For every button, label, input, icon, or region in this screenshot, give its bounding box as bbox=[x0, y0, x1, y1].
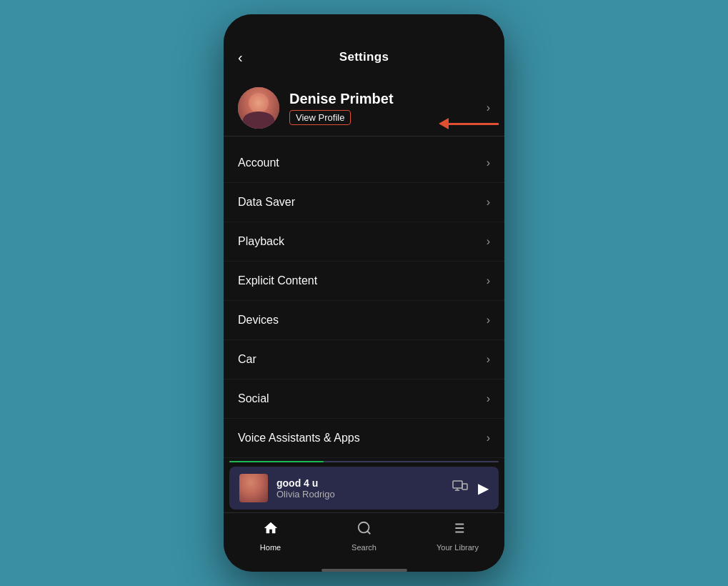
menu-item-car-chevron: › bbox=[487, 353, 490, 366]
menu-item-data-saver-label: Data Saver bbox=[238, 196, 295, 209]
menu-item-devices-chevron: › bbox=[487, 314, 490, 327]
menu-item-devices[interactable]: Devices › bbox=[224, 301, 504, 340]
library-nav-label: Your Library bbox=[437, 543, 479, 552]
menu-item-account-label: Account bbox=[238, 157, 279, 169]
track-info: good 4 u Olivia Rodrigo bbox=[276, 477, 444, 500]
menu-item-social[interactable]: Social › bbox=[224, 379, 504, 419]
search-nav-label: Search bbox=[351, 543, 377, 552]
menu-item-explicit-chevron: › bbox=[487, 274, 490, 287]
menu-item-social-chevron: › bbox=[487, 392, 490, 405]
avatar bbox=[238, 87, 279, 129]
play-button[interactable]: ▶ bbox=[478, 480, 489, 497]
menu-item-car[interactable]: Car › bbox=[224, 340, 504, 379]
menu-item-data-saver-chevron: › bbox=[487, 196, 490, 209]
profile-info: Denise Primbet View Profile bbox=[289, 91, 394, 125]
profile-left: Denise Primbet View Profile bbox=[238, 87, 394, 129]
page-title: Settings bbox=[339, 50, 389, 64]
home-indicator bbox=[321, 569, 407, 572]
svg-rect-0 bbox=[453, 481, 462, 488]
phone-frame: ‹ Settings Denise Primbet View Profile ›… bbox=[224, 14, 504, 572]
menu-item-account-chevron: › bbox=[487, 157, 490, 169]
svg-line-5 bbox=[367, 531, 370, 534]
menu-item-account[interactable]: Account › bbox=[224, 144, 504, 183]
menu-item-devices-label: Devices bbox=[238, 314, 279, 327]
menu-item-car-label: Car bbox=[238, 353, 256, 366]
track-thumbnail bbox=[239, 474, 268, 502]
settings-content: Denise Primbet View Profile › Account › … bbox=[224, 73, 504, 461]
menu-item-data-saver[interactable]: Data Saver › bbox=[224, 183, 504, 222]
track-artist: Olivia Rodrigo bbox=[276, 489, 444, 500]
svg-rect-1 bbox=[462, 484, 467, 490]
home-nav-label: Home bbox=[260, 543, 281, 552]
menu-item-social-label: Social bbox=[238, 392, 269, 405]
profile-section[interactable]: Denise Primbet View Profile › bbox=[224, 73, 504, 136]
library-icon bbox=[450, 520, 466, 540]
profile-name: Denise Primbet bbox=[289, 91, 394, 107]
progress-fill bbox=[229, 461, 324, 462]
menu-item-playback-label: Playback bbox=[238, 235, 284, 248]
settings-header: ‹ Settings bbox=[224, 14, 504, 73]
view-profile-button[interactable]: View Profile bbox=[289, 110, 351, 125]
device-connect-icon[interactable] bbox=[452, 480, 468, 497]
svg-point-4 bbox=[358, 522, 369, 533]
menu-item-voice-label: Voice Assistants & Apps bbox=[238, 432, 360, 445]
menu-list: Account › Data Saver › Playback › Explic… bbox=[224, 144, 504, 461]
playback-progress[interactable] bbox=[229, 461, 499, 462]
nav-item-library[interactable]: Your Library bbox=[411, 520, 504, 552]
menu-item-voice-chevron: › bbox=[487, 432, 490, 445]
nav-item-home[interactable]: Home bbox=[224, 520, 317, 552]
menu-item-playback[interactable]: Playback › bbox=[224, 222, 504, 262]
menu-item-playback-chevron: › bbox=[487, 235, 490, 248]
menu-item-explicit-label: Explicit Content bbox=[238, 274, 317, 287]
home-icon bbox=[263, 520, 279, 540]
bottom-navigation: Home Search Your bbox=[224, 512, 504, 566]
profile-chevron-icon: › bbox=[487, 101, 490, 114]
menu-item-voice-assistants[interactable]: Voice Assistants & Apps › bbox=[224, 419, 504, 458]
track-controls: ▶ bbox=[452, 480, 489, 497]
nav-item-search[interactable]: Search bbox=[317, 520, 411, 552]
now-playing-bar[interactable]: good 4 u Olivia Rodrigo ▶ bbox=[229, 467, 499, 510]
track-title: good 4 u bbox=[276, 477, 444, 489]
back-button[interactable]: ‹ bbox=[238, 49, 243, 66]
menu-item-explicit-content[interactable]: Explicit Content › bbox=[224, 262, 504, 301]
search-icon bbox=[356, 520, 372, 540]
